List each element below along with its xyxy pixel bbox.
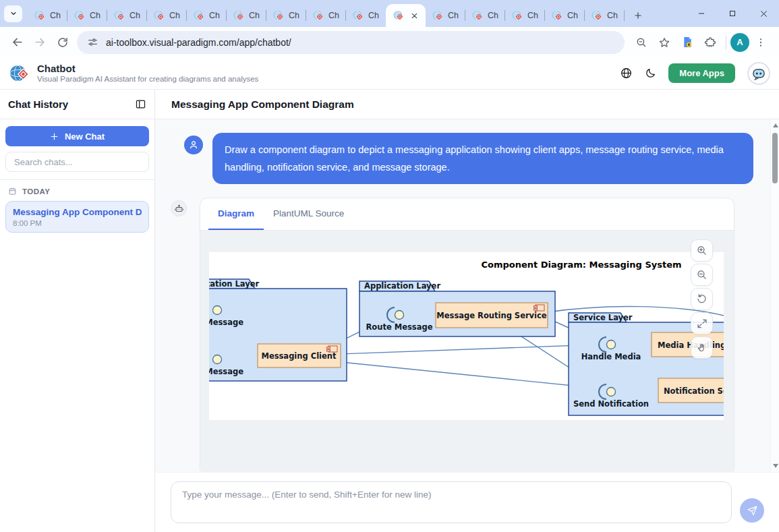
- send-plane-icon: [747, 505, 758, 516]
- extensions-button[interactable]: [699, 31, 722, 54]
- zoom-in-button[interactable]: [691, 239, 713, 262]
- app-title: Chatbot: [37, 63, 258, 74]
- close-tab-icon[interactable]: [411, 12, 418, 20]
- tab-title: Ch: [488, 11, 498, 20]
- minimize-button[interactable]: [686, 0, 717, 27]
- message-input[interactable]: [171, 481, 732, 523]
- result-tabs: Diagram PlantUML Source: [200, 198, 734, 231]
- visual-paradigm-favicon: [34, 10, 45, 21]
- browser-tab[interactable]: Ch: [107, 4, 147, 27]
- docs-extension-icon: [681, 36, 694, 49]
- dark-mode-button[interactable]: [645, 67, 656, 79]
- forward-button[interactable]: [28, 31, 51, 54]
- browser-window: ChChChChChChChChChChChChChCh ai-toolbox.…: [0, 0, 779, 532]
- bookmark-star-button[interactable]: [653, 31, 676, 54]
- pan-tool-button[interactable]: [691, 336, 713, 359]
- chatbot-mascot-avatar[interactable]: [747, 62, 770, 85]
- app-header: Chatbot Visual Paradigm AI Assistant for…: [0, 57, 779, 90]
- tab-title: Ch: [527, 11, 538, 20]
- chat-history-item[interactable]: Messaging App Component Di... 8:00 PM: [5, 201, 149, 233]
- kebab-menu-icon: [755, 37, 766, 48]
- browser-tab[interactable]: Ch: [67, 4, 107, 27]
- reload-button[interactable]: [51, 31, 74, 54]
- browser-tab[interactable]: Ch: [585, 4, 625, 27]
- tab-plantuml-source[interactable]: PlantUML Source: [264, 198, 353, 230]
- back-icon: [11, 36, 24, 49]
- browser-tab[interactable]: Ch: [426, 4, 465, 27]
- new-chat-button[interactable]: New Chat: [5, 126, 149, 146]
- browser-tab[interactable]: Ch: [28, 4, 67, 27]
- close-window-button[interactable]: [748, 0, 779, 27]
- browser-tab[interactable]: Ch: [306, 4, 346, 27]
- user-avatar: [184, 136, 203, 154]
- browser-menu-button[interactable]: [749, 31, 772, 54]
- bot-message-row: Diagram PlantUML Source: [171, 198, 734, 472]
- browser-tab-active[interactable]: [386, 4, 426, 27]
- chat-scroll-area: Draw a component diagram to depict a mes…: [155, 119, 779, 472]
- robot-mascot-icon: [751, 65, 767, 82]
- site-settings-icon: [87, 36, 98, 48]
- profile-avatar[interactable]: A: [730, 33, 749, 52]
- vertical-scrollbar[interactable]: [770, 119, 779, 472]
- browser-tab[interactable]: Ch: [465, 4, 505, 27]
- interface-send-notification-label: Send Notification: [573, 399, 649, 409]
- today-label: TODAY: [22, 187, 51, 196]
- interface-route-message-label: Route Message: [366, 322, 433, 332]
- visual-paradigm-favicon: [592, 10, 602, 21]
- back-button[interactable]: [5, 31, 28, 54]
- window-controls: [686, 0, 779, 27]
- visual-paradigm-favicon: [552, 10, 562, 21]
- diagram-viewer: Presentation Layer Application Layer Ser…: [200, 231, 734, 472]
- interface-receive-message-label: Receive Message: [209, 367, 243, 376]
- browser-tab[interactable]: Ch: [187, 4, 227, 27]
- send-button[interactable]: [740, 498, 764, 523]
- language-button[interactable]: [620, 67, 633, 80]
- visual-paradigm-favicon: [233, 10, 244, 21]
- bot-avatar: [171, 200, 187, 216]
- star-icon: [658, 36, 670, 49]
- panel-left-icon: [135, 98, 146, 110]
- zoom-in-icon: [696, 245, 708, 256]
- browser-toolbar: ai-toolbox.visual-paradigm.com/app/chatb…: [0, 27, 779, 57]
- scroll-up-arrow[interactable]: [773, 123, 778, 127]
- browser-tabstrip: ChChChChChChChChChChChChChCh: [0, 0, 779, 27]
- fullscreen-button[interactable]: [691, 312, 713, 334]
- collapse-sidebar-button[interactable]: [134, 97, 148, 111]
- address-bar[interactable]: ai-toolbox.visual-paradigm.com/app/chatb…: [77, 31, 625, 54]
- browser-tab[interactable]: Ch: [227, 4, 266, 27]
- tab-title: Ch: [289, 11, 299, 20]
- today-section-header: TODAY: [0, 180, 154, 200]
- tab-search-button[interactable]: [4, 5, 22, 22]
- tab-diagram[interactable]: Diagram: [208, 198, 264, 230]
- new-chat-label: New Chat: [65, 131, 105, 142]
- visual-paradigm-favicon: [74, 10, 85, 21]
- tab-title: Ch: [607, 11, 618, 20]
- search-chats-input[interactable]: [5, 152, 149, 172]
- zoom-out-button[interactable]: [691, 264, 713, 286]
- reset-view-button[interactable]: [691, 288, 713, 310]
- browser-tab[interactable]: Ch: [505, 4, 545, 27]
- visual-paradigm-favicon: [114, 10, 125, 21]
- browser-tab[interactable]: Ch: [266, 4, 306, 27]
- calendar-icon: [8, 187, 17, 196]
- component-messaging-client-label: Messaging Client: [261, 351, 337, 361]
- scrollbar-thumb[interactable]: [772, 133, 778, 183]
- scroll-down-arrow[interactable]: [773, 464, 778, 468]
- zoom-indicator-button[interactable]: [630, 31, 653, 54]
- browser-tab[interactable]: Ch: [545, 4, 585, 27]
- browser-tab[interactable]: Ch: [147, 4, 187, 27]
- sidebar-header: Chat History: [0, 90, 154, 119]
- package-presentation-layer-label: Presentation Layer: [209, 279, 260, 289]
- maximize-button[interactable]: [717, 0, 748, 27]
- more-apps-button[interactable]: More Apps: [668, 63, 735, 83]
- maximize-icon: [728, 9, 737, 18]
- tab-title: Ch: [209, 11, 220, 20]
- docs-offline-extension-button[interactable]: [676, 31, 699, 54]
- new-tab-button[interactable]: [629, 6, 647, 24]
- tab-title: Ch: [129, 11, 140, 20]
- visual-paradigm-favicon: [393, 10, 404, 21]
- profile-initial: A: [737, 37, 743, 47]
- tab-title: Ch: [567, 11, 578, 20]
- browser-tab[interactable]: Ch: [346, 4, 386, 27]
- diagram-canvas[interactable]: Presentation Layer Application Layer Ser…: [209, 252, 724, 420]
